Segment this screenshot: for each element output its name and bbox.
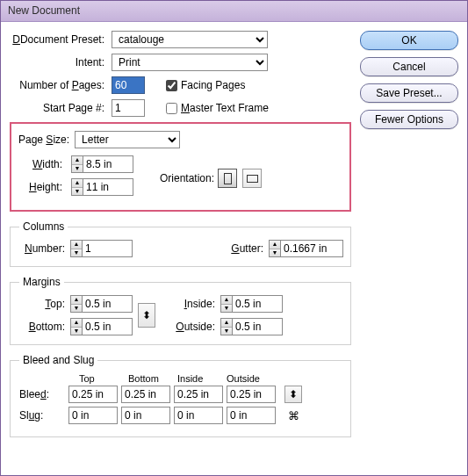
orientation-landscape-button[interactable] <box>242 169 262 188</box>
page-size-select[interactable]: Letter <box>75 131 180 148</box>
hdr-outside: Outside <box>227 373 276 384</box>
margin-bottom-spinner[interactable]: ▲▼ <box>70 318 82 335</box>
margins-fieldset: Margins Top: ▲▼ Bottom: ▲▼ <box>10 276 351 345</box>
slug-outside-input[interactable] <box>227 407 276 424</box>
height-input[interactable] <box>83 178 133 196</box>
start-page-label: Start Page #: <box>10 102 112 114</box>
margins-link-icon[interactable]: ⬍ <box>138 303 155 328</box>
width-spinner[interactable]: ▲▼ <box>71 155 83 173</box>
margin-bottom-input[interactable] <box>82 318 133 335</box>
gutter-label: Gutter: <box>216 242 269 255</box>
bleed-slug-legend: Bleed and Slug <box>19 354 97 366</box>
slug-inside-input[interactable] <box>174 407 223 424</box>
number-of-pages-input[interactable] <box>112 76 145 94</box>
number-of-pages-label: Number of Pages: <box>10 79 112 91</box>
columns-legend: Columns <box>19 220 68 233</box>
page-size-label: Page Size: <box>18 133 69 146</box>
columns-number-spinner[interactable]: ▲▼ <box>70 240 82 257</box>
intent-select[interactable]: Print <box>112 54 268 71</box>
margin-inside-spinner[interactable]: ▲▼ <box>220 295 232 313</box>
dialog-window: New Document DDocument Preset:Document P… <box>0 0 468 476</box>
margin-outside-label: Outside: <box>168 321 220 333</box>
start-page-input[interactable] <box>112 99 145 117</box>
gutter-spinner[interactable]: ▲▼ <box>269 240 280 257</box>
columns-fieldset: Columns Number: ▲▼ Gutter: ▲▼ <box>10 220 351 267</box>
slug-bottom-input[interactable] <box>121 407 170 424</box>
bleed-bottom-input[interactable] <box>121 386 170 403</box>
margin-inside-label: Inside: <box>168 298 220 310</box>
margin-inside-input[interactable] <box>232 295 283 313</box>
orientation-label: Orientation: <box>160 172 214 184</box>
margin-top-input[interactable] <box>82 295 133 313</box>
bleed-slug-fieldset: Bleed and Slug Top Bottom Inside Outside… <box>10 354 351 437</box>
width-label: Width: <box>18 158 68 170</box>
margin-outside-input[interactable] <box>232 318 283 335</box>
columns-number-label: Number: <box>18 242 70 255</box>
page-size-section: Page Size: Letter Width: ▲▼ <box>10 122 351 212</box>
slug-link-icon[interactable]: ⌘ <box>284 407 302 424</box>
bleed-outside-input[interactable] <box>227 386 276 403</box>
master-text-frame-checkbox[interactable]: Master Text Frame <box>166 102 269 114</box>
orientation-portrait-button[interactable] <box>218 169 237 188</box>
bleed-top-input[interactable] <box>68 386 118 403</box>
hdr-top: Top <box>79 373 128 384</box>
height-spinner[interactable]: ▲▼ <box>71 178 83 196</box>
margin-bottom-label: Bottom: <box>18 321 70 333</box>
columns-number-input[interactable] <box>82 240 133 257</box>
slug-top-input[interactable] <box>68 407 118 424</box>
hdr-inside: Inside <box>177 373 227 384</box>
ok-button[interactable]: OK <box>360 31 458 50</box>
bleed-row-label: Bleed: <box>18 388 68 400</box>
slug-row-label: Slug: <box>18 409 68 422</box>
document-preset-select[interactable]: catalouge <box>112 31 268 48</box>
window-title: New Document <box>8 4 80 17</box>
document-preset-label: DDocument Preset:Document Preset: <box>10 33 112 46</box>
save-preset-button[interactable]: Save Preset... <box>360 83 458 103</box>
margin-outside-spinner[interactable]: ▲▼ <box>220 318 232 335</box>
titlebar: New Document <box>1 1 467 22</box>
margin-top-label: Top: <box>18 298 70 310</box>
bleed-link-icon[interactable]: ⬍ <box>284 386 302 403</box>
width-input[interactable] <box>83 155 133 173</box>
margin-top-spinner[interactable]: ▲▼ <box>70 295 82 313</box>
facing-pages-checkbox[interactable]: Facing Pages <box>166 79 245 91</box>
intent-label: Intent: <box>10 56 112 69</box>
bleed-inside-input[interactable] <box>174 386 223 403</box>
cancel-button[interactable]: Cancel <box>360 57 458 76</box>
margins-legend: Margins <box>19 276 64 288</box>
gutter-input[interactable] <box>280 240 343 257</box>
fewer-options-button[interactable]: Fewer Options <box>360 110 458 129</box>
hdr-bottom: Bottom <box>128 373 177 384</box>
height-label: Height: <box>18 181 68 193</box>
